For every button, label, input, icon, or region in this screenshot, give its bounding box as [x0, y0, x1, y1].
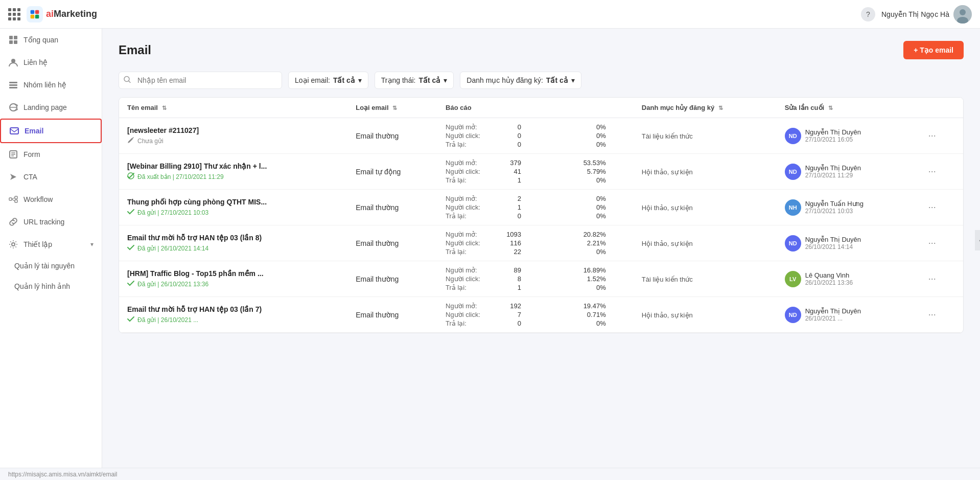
email-name: [newsleeter #211027]: [127, 126, 339, 134]
danh-muc-label: Danh mục hủy đăng ký:: [466, 76, 543, 84]
svg-rect-9: [9, 40, 13, 44]
workflow-icon: [8, 194, 18, 204]
danh-muc-value: Tất cả: [546, 76, 568, 84]
report-label-mo: Người mở:: [446, 302, 492, 310]
category-cell: Hội thảo, sự kiện: [634, 154, 777, 190]
editor-info-wrap: LV Lê Quang Vinh 26/10/2021 13:36: [785, 271, 908, 287]
email-type-cell: Email thường: [347, 225, 437, 261]
user-info[interactable]: Nguyễn Thị Ngọc Hà: [881, 5, 972, 24]
sidebar-item-landing-page[interactable]: Landing page: [0, 96, 102, 119]
col-sua-lan-cuoi[interactable]: Sửa lần cuối ⇅: [777, 98, 916, 118]
report-label-mo: Người mở:: [446, 159, 492, 167]
editor-cell: ND Nguyễn Thị Duyên 27/10/2021 11:29: [777, 154, 916, 190]
email-table: Tên email ⇅ Loại email ⇅ Báo cáo Danh mụ…: [119, 97, 964, 333]
email-name-cell[interactable]: Email thư mời hỗ trợ HAN tệp 03 (lần 8) …: [119, 225, 347, 261]
svg-rect-23: [15, 196, 17, 199]
email-name-cell[interactable]: Email thư mời hỗ trợ HAN tệp 03 (lần 7) …: [119, 297, 347, 333]
email-name: [HRM] Traffic Blog - Top15 phần mềm ...: [127, 269, 339, 278]
sidebar-item-lien-he[interactable]: Liên hệ: [0, 51, 102, 74]
svg-rect-1: [35, 10, 39, 14]
report-pct-click: 1.52%: [580, 275, 606, 283]
trang-thai-filter[interactable]: Trạng thái: Tất cả ▾: [375, 72, 454, 89]
sidebar-item-quan-ly-tai-nguyen[interactable]: Quản lý tài nguyên: [0, 256, 102, 276]
svg-rect-3: [35, 14, 39, 18]
more-actions-cell[interactable]: ···: [916, 118, 963, 154]
more-actions-button[interactable]: ···: [924, 128, 940, 143]
editor-info-wrap: ND Nguyễn Thị Duyên 27/10/2021 16:05: [785, 128, 908, 144]
editor-date: 27/10/2021 16:05: [805, 136, 861, 143]
table-row: [HRM] Traffic Blog - Top15 phần mềm ... …: [119, 261, 963, 297]
sidebar-label: Workflow: [24, 195, 94, 203]
sidebar-item-form[interactable]: Form: [0, 143, 102, 166]
more-actions-button[interactable]: ···: [924, 200, 940, 215]
loai-email-filter[interactable]: Loại email: Tất cả ▾: [288, 72, 368, 89]
email-name-cell[interactable]: Thung phối hợp cùng phòng QTHT MIS... Đã…: [119, 190, 347, 225]
report-pct-tra-lai: 0%: [580, 284, 606, 291]
search-input[interactable]: [119, 72, 282, 89]
sidebar-item-url-tracking[interactable]: URL tracking: [0, 211, 102, 233]
sidebar-item-cta[interactable]: CTA: [0, 166, 102, 188]
editor-date: 26/10/2021 13:36: [805, 279, 853, 286]
email-type-cell: Email thường: [347, 190, 437, 225]
logo[interactable]: aiMarketing: [27, 6, 97, 22]
sidebar-item-nhom-lien-he[interactable]: Nhóm liên hệ: [0, 74, 102, 96]
more-actions-button[interactable]: ···: [924, 307, 940, 322]
report-data: Người mở:0 Người click:0 Trả lại:0: [446, 123, 564, 148]
category-text: Hội thảo, sự kiện: [642, 311, 693, 319]
table-row: [newsleeter #211027] Chưa gửi Email thườ…: [119, 118, 963, 154]
report-count-click: 7: [496, 311, 521, 318]
report-label-mo: Người mở:: [446, 195, 492, 202]
col-loai-email[interactable]: Loại email ⇅: [347, 98, 437, 118]
layout: Tổng quan Liên hệ Nhóm liên hệ: [0, 29, 980, 468]
search-input-wrap: [119, 72, 282, 89]
group-icon: [8, 80, 18, 90]
report-count-tra-lai: 1: [496, 284, 521, 291]
report-count-tra-lai: 22: [496, 248, 521, 256]
chevron-down-icon: ▾: [571, 76, 575, 84]
svg-point-5: [960, 9, 966, 15]
more-actions-cell[interactable]: ···: [916, 297, 963, 333]
statusbar: https://misajsc.amis.misa.vn/aimkt/email: [0, 468, 980, 480]
report-count-mo: 0: [496, 123, 521, 131]
editor-name: Lê Quang Vinh: [805, 271, 853, 279]
sidebar-item-workflow[interactable]: Workflow: [0, 188, 102, 211]
report-count-mo: 1093: [496, 231, 521, 238]
report-count-click: 41: [496, 168, 521, 175]
sidebar-item-quan-ly-hinh-anh[interactable]: Quản lý hình ảnh: [0, 276, 102, 296]
create-email-button[interactable]: + Tạo email: [903, 41, 964, 59]
col-danh-muc[interactable]: Danh mục hủy đăng ký ⇅: [634, 98, 777, 118]
report-count-tra-lai: 1: [496, 176, 521, 184]
report-label-mo: Người mở:: [446, 266, 492, 274]
more-actions-cell[interactable]: ···: [916, 261, 963, 297]
svg-rect-7: [9, 36, 13, 39]
editor-name: Nguyễn Thị Duyên: [805, 164, 861, 172]
email-name-cell[interactable]: [newsleeter #211027] Chưa gửi: [119, 118, 347, 154]
col-ten-email[interactable]: Tên email ⇅: [119, 98, 347, 118]
help-button[interactable]: ?: [861, 7, 875, 21]
report-label-tra-lai: Trả lại:: [446, 284, 492, 291]
more-actions-cell[interactable]: ···: [916, 154, 963, 190]
table-row: [Webinar Billing 2910] Thư xác nhận + l.…: [119, 154, 963, 190]
avatar: NH: [785, 199, 801, 216]
email-name-cell[interactable]: [Webinar Billing 2910] Thư xác nhận + l.…: [119, 154, 347, 190]
report-cell: Người mở:192 Người click:7 Trả lại:0: [437, 297, 572, 333]
svg-point-27: [12, 243, 15, 246]
filters: Loại email: Tất cả ▾ Trạng thái: Tất cả …: [119, 72, 964, 89]
sidebar-item-email[interactable]: Email: [0, 119, 102, 143]
more-actions-cell[interactable]: ···: [916, 190, 963, 225]
chevron-down-icon: ▾: [444, 76, 447, 84]
report-pct-data: 20.82% 2.21% 0%: [580, 231, 625, 256]
svg-rect-17: [10, 128, 18, 134]
more-actions-button[interactable]: ···: [924, 271, 940, 286]
sidebar-item-thiet-lap[interactable]: Thiết lập ▾: [0, 233, 102, 256]
grid-menu-icon[interactable]: [8, 8, 20, 20]
report-count-mo: 89: [496, 266, 521, 274]
more-actions-cell[interactable]: ···: [916, 225, 963, 261]
more-actions-button[interactable]: ···: [924, 236, 940, 250]
avatar: LV: [785, 271, 801, 287]
status-text: Đã gửi | 27/10/2021 10:03: [137, 209, 208, 216]
email-name-cell[interactable]: [HRM] Traffic Blog - Top15 phần mềm ... …: [119, 261, 347, 297]
sidebar-item-tong-quan[interactable]: Tổng quan: [0, 29, 102, 51]
more-actions-button[interactable]: ···: [924, 164, 940, 179]
danh-muc-filter[interactable]: Danh mục hủy đăng ký: Tất cả ▾: [460, 72, 581, 89]
